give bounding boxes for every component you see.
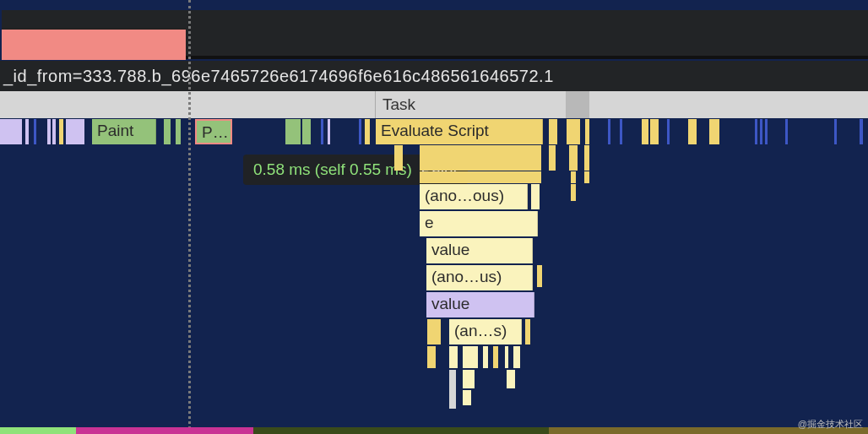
task-tick (747, 91, 749, 118)
value-label: value (431, 295, 469, 312)
task-tick (674, 91, 675, 118)
layout-block[interactable] (0, 119, 22, 144)
task-block[interactable] (566, 91, 589, 118)
paint-block[interactable] (302, 119, 311, 144)
task-tick (687, 91, 697, 118)
anonymous-block[interactable]: (ano…us) (426, 265, 533, 290)
task-tick (365, 91, 371, 118)
task-tick (861, 91, 868, 118)
script-tick (567, 119, 580, 144)
script-tick (463, 370, 475, 388)
script-tick (531, 184, 540, 209)
script-tick (463, 390, 471, 405)
paint-label: Paint (97, 122, 133, 139)
layout-block[interactable] (66, 119, 84, 144)
flame-row-tail1 (0, 346, 868, 372)
task-tick (775, 91, 778, 118)
task-tick (739, 91, 741, 118)
task-tick (799, 91, 802, 118)
evaluate-script-block[interactable]: Evaluate Script (376, 119, 543, 144)
tick (34, 119, 36, 144)
task-tick (594, 91, 605, 118)
flame-row-tail3 (0, 390, 868, 415)
script-block[interactable] (420, 171, 541, 183)
flame-row-2[interactable] (0, 145, 868, 171)
task-block[interactable] (0, 91, 317, 118)
script-tick (394, 145, 403, 171)
watermark: @掘金技术社区 (798, 418, 863, 431)
tick (785, 119, 788, 144)
task-tick (632, 91, 635, 118)
flame-row-1[interactable]: Paint P… Evaluate Script (0, 119, 868, 146)
layout-tick (47, 119, 51, 144)
script-tick (549, 145, 556, 171)
task-tick (665, 91, 669, 118)
script-tick (642, 119, 648, 144)
paint-block-selected[interactable]: P… (195, 119, 232, 144)
task-tick (608, 91, 611, 118)
tick (765, 119, 768, 144)
script-tick (513, 346, 520, 368)
paint-tick (164, 119, 171, 144)
script-tick (59, 119, 63, 144)
script-tick (537, 265, 542, 287)
task-tick (732, 91, 735, 118)
script-tick (463, 346, 478, 368)
url-bar: _id_from=333.788.b_696e7465726e6174696f6… (0, 61, 868, 91)
script-tick (650, 119, 659, 144)
value-block[interactable]: value (426, 238, 533, 263)
fn-e-block[interactable]: e (420, 211, 538, 236)
task-tick (326, 91, 331, 118)
url-text: _id_from=333.788.b_696e7465726e6174696f6… (3, 67, 554, 85)
script-tick (584, 171, 589, 183)
anonymous-block[interactable]: (ano…ous) (420, 184, 528, 209)
script-tick (507, 370, 515, 388)
flame-row-task[interactable]: Task (0, 91, 868, 118)
task-tick (359, 91, 361, 118)
layout-tick (52, 119, 56, 144)
script-tick (709, 119, 719, 144)
task-tick (729, 91, 731, 118)
tick (321, 119, 323, 144)
fn-e-label: e (425, 214, 434, 231)
anonymous-block[interactable]: (an…s) (449, 319, 522, 344)
value-block-purple[interactable]: value (426, 292, 534, 317)
script-tick (569, 145, 578, 171)
tick (359, 119, 361, 144)
task-tick (735, 91, 738, 118)
task-tick (742, 91, 744, 118)
task-tick (334, 91, 337, 118)
task-tick (682, 91, 685, 118)
task-tick (724, 91, 728, 118)
overview-long-task-marker[interactable] (2, 28, 186, 60)
paint-block[interactable] (285, 119, 301, 144)
task-tick (789, 91, 793, 118)
script-tick (483, 346, 488, 368)
anonymous-label: (ano…ous) (425, 187, 504, 204)
script-tick (449, 346, 458, 368)
script-tick (505, 346, 508, 368)
task-tick (642, 91, 660, 118)
tick (860, 119, 863, 144)
anonymous-label: (ano…us) (431, 268, 502, 285)
summary-seg-olive (253, 427, 549, 434)
paint-label-abbrev: P… (202, 123, 229, 141)
script-block[interactable] (427, 319, 441, 344)
paint-tick (176, 119, 181, 144)
task-tick (751, 91, 772, 118)
task-tick (708, 91, 719, 118)
script-tick (688, 119, 697, 144)
script-block[interactable] (420, 145, 541, 171)
evaluate-script-label: Evaluate Script (381, 122, 489, 139)
anonymous-label: (an…s) (454, 322, 507, 339)
script-tick (365, 119, 370, 144)
paint-block[interactable]: Paint (92, 119, 156, 144)
task-tick (745, 91, 746, 118)
summary-strip (0, 427, 868, 434)
script-tick (549, 119, 557, 144)
layout-tick (328, 119, 330, 144)
summary-seg-green (0, 427, 76, 434)
script-tick (525, 319, 530, 344)
tick (760, 119, 762, 144)
tick (834, 119, 837, 144)
